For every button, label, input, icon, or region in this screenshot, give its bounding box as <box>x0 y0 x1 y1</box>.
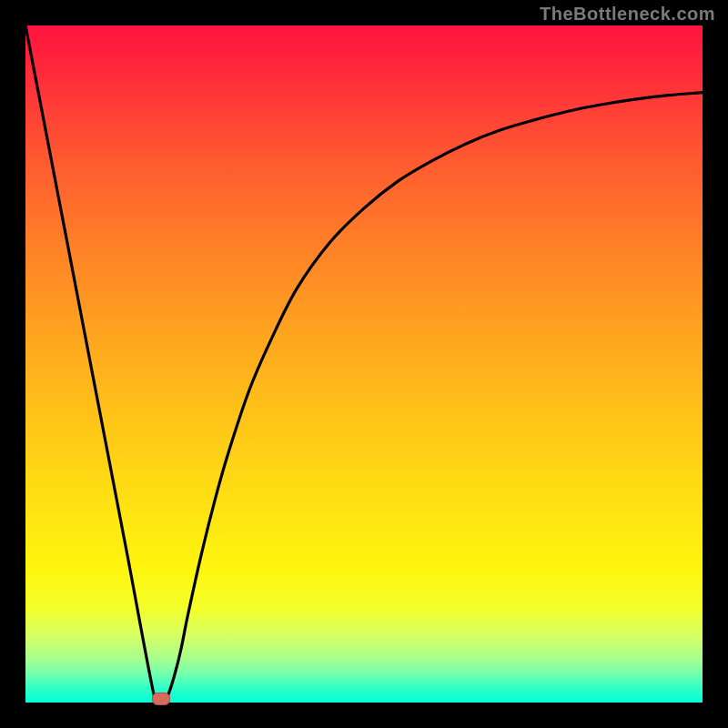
min-marker <box>152 693 170 705</box>
bottleneck-curve <box>25 25 703 703</box>
plot-area <box>25 25 703 703</box>
chart-frame: TheBottleneck.com <box>0 0 728 728</box>
curve-layer <box>25 25 703 703</box>
watermark-text: TheBottleneck.com <box>540 4 715 25</box>
